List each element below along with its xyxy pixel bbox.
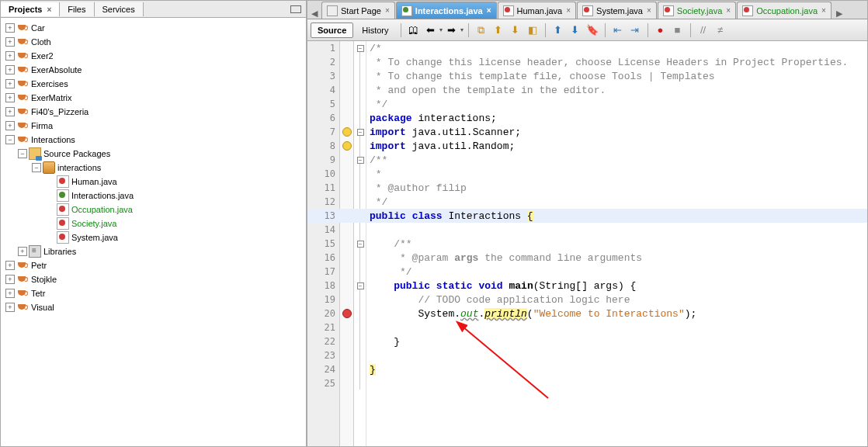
code-text[interactable]: public static void main(String[] args) { [366, 280, 636, 292]
comment-icon[interactable]: // [696, 23, 711, 38]
history-button[interactable]: History [355, 23, 395, 38]
fold[interactable] [354, 376, 366, 390]
code-text[interactable]: */ [366, 266, 412, 278]
fold[interactable] [354, 55, 366, 69]
project-pizzeria[interactable]: +Fi40's_Pizzeria [2, 105, 304, 119]
minimize-icon[interactable] [290, 5, 301, 13]
glyph[interactable] [340, 223, 354, 237]
fold[interactable] [354, 265, 366, 279]
file-society[interactable]: Society.java [2, 217, 304, 230]
fold[interactable] [354, 223, 366, 237]
fold[interactable] [354, 111, 366, 125]
glyph[interactable] [340, 97, 354, 111]
fold[interactable] [354, 251, 366, 265]
fold[interactable]: − [354, 41, 366, 55]
source-packages[interactable]: −Source Packages [2, 147, 304, 161]
fold[interactable] [354, 362, 366, 376]
glyph[interactable] [340, 251, 354, 265]
code-line-8[interactable]: 8import java.util.Random; [307, 139, 867, 153]
glyph[interactable] [340, 376, 354, 390]
tab-human-java[interactable]: Human.java× [498, 2, 577, 19]
close-icon[interactable]: × [566, 6, 571, 15]
last-edit-icon[interactable]: 🕮 [406, 23, 422, 38]
glyph[interactable] [340, 237, 354, 251]
fold-toggle-icon[interactable]: − [357, 129, 364, 136]
code-line-16[interactable]: 16 * @param args the command line argume… [307, 251, 867, 265]
code-line-19[interactable]: 19 // TODO code application logic here [307, 293, 867, 307]
glyph[interactable] [340, 265, 354, 279]
fold[interactable]: − [354, 279, 366, 293]
code-text[interactable]: package interactions; [366, 113, 497, 124]
code-line-22[interactable]: 22 } [307, 334, 867, 348]
glyph[interactable] [340, 279, 354, 293]
find-selection-icon[interactable]: ⧉ [474, 23, 489, 38]
code-text[interactable]: * To change this template file, choose T… [366, 71, 715, 82]
uncomment-icon[interactable]: ≠ [713, 23, 728, 38]
fold[interactable] [354, 139, 366, 153]
code-text[interactable]: import java.util.Random; [366, 140, 515, 152]
project-exermatrix[interactable]: +ExerMatrix [2, 91, 304, 105]
find-prev-icon[interactable]: ⬆ [491, 23, 506, 38]
code-text[interactable]: // TODO code application logic here [366, 294, 630, 306]
code-text[interactable]: import java.util.Scanner; [366, 126, 521, 138]
project-interactions[interactable]: −Interactions [2, 133, 304, 147]
fold[interactable]: − [354, 237, 366, 251]
fold[interactable] [354, 348, 366, 362]
fold[interactable] [354, 321, 366, 334]
projects-tree[interactable]: +Car +Cloth +Exer2 +ExerAbsolute +Exerci… [1, 18, 306, 446]
glyph[interactable] [340, 209, 354, 223]
close-icon[interactable]: × [385, 6, 390, 15]
package-interactions[interactable]: −interactions [2, 161, 304, 175]
code-line-1[interactable]: 1−/* [307, 41, 867, 55]
code-text[interactable]: /* [366, 43, 382, 54]
glyph[interactable] [340, 334, 354, 348]
macro-stop-icon[interactable]: ■ [670, 23, 686, 38]
code-text[interactable]: /** [366, 238, 412, 250]
code-text[interactable]: * [366, 168, 382, 180]
prev-bookmark-icon[interactable]: ⬆ [550, 23, 566, 38]
project-exer2[interactable]: +Exer2 [2, 49, 304, 63]
glyph[interactable] [340, 111, 354, 125]
project-exerabsolute[interactable]: +ExerAbsolute [2, 63, 304, 77]
scroll-left-icon[interactable]: ◀ [307, 9, 321, 19]
glyph[interactable] [340, 41, 354, 55]
close-icon[interactable]: × [47, 5, 51, 14]
glyph[interactable] [340, 55, 354, 69]
code-line-18[interactable]: 18− public static void main(String[] arg… [307, 279, 867, 293]
forward-icon[interactable]: ➡ [444, 23, 460, 38]
code-text[interactable]: } [366, 364, 376, 376]
error-icon[interactable] [342, 309, 352, 318]
code-text[interactable]: */ [366, 99, 387, 110]
file-occupation[interactable]: Occupation.java [2, 203, 304, 217]
close-icon[interactable]: × [487, 6, 491, 15]
glyph[interactable] [340, 153, 354, 167]
code-line-21[interactable]: 21 [307, 321, 867, 334]
toggle-highlight-icon[interactable]: ◧ [525, 23, 540, 38]
code-line-17[interactable]: 17 */ [307, 265, 867, 279]
project-tetr[interactable]: +Tetr [2, 286, 304, 300]
project-car[interactable]: +Car [2, 21, 304, 35]
code-line-7[interactable]: 7−import java.util.Scanner; [307, 125, 867, 139]
fold-toggle-icon[interactable]: − [357, 241, 364, 248]
tab-occupation-java[interactable]: Occupation.java× [737, 2, 832, 19]
project-stojkle[interactable]: +Stojkle [2, 272, 304, 286]
fold[interactable] [354, 334, 366, 348]
code-line-25[interactable]: 25 [307, 376, 867, 390]
file-human[interactable]: Human.java [2, 175, 304, 189]
fold[interactable]: − [354, 153, 366, 167]
project-petr[interactable]: +Petr [2, 258, 304, 272]
find-next-icon[interactable]: ⬇ [508, 23, 523, 38]
glyph[interactable] [340, 69, 354, 83]
next-bookmark-icon[interactable]: ⬇ [568, 23, 583, 38]
code-line-12[interactable]: 12 */ [307, 195, 867, 209]
shift-left-icon[interactable]: ⇤ [610, 23, 626, 38]
project-visual[interactable]: +Visual [2, 300, 304, 314]
glyph[interactable] [340, 362, 354, 376]
fold-toggle-icon[interactable]: − [357, 282, 364, 289]
shift-right-icon[interactable]: ⇥ [627, 23, 643, 38]
tab-interactions-java[interactable]: Interactions.java× [396, 2, 497, 19]
tab-services[interactable]: Services [95, 2, 144, 16]
code-line-13[interactable]: 13public class Interactions { [307, 209, 867, 223]
fold[interactable] [354, 195, 366, 209]
code-line-24[interactable]: 24} [307, 362, 867, 376]
